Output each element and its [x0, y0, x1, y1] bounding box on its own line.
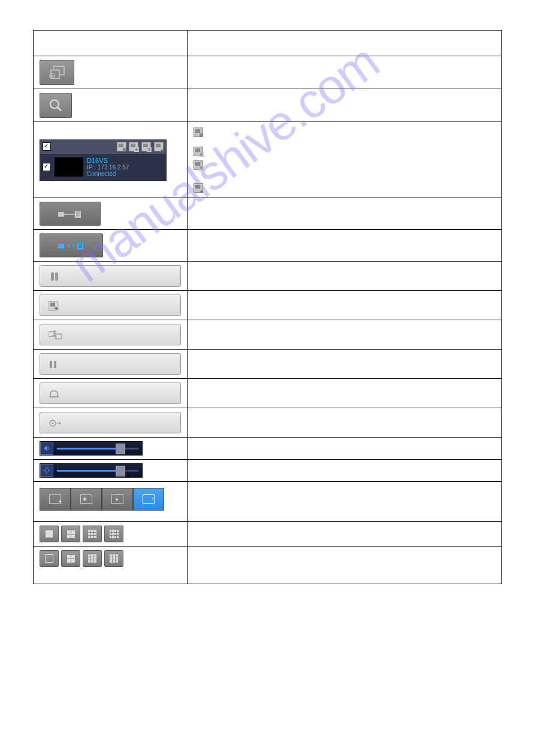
add-icon — [49, 301, 58, 311]
device-status: Connected — [87, 171, 129, 177]
split-4[interactable] — [61, 526, 80, 542]
webpage-setup-button[interactable] — [40, 60, 74, 85]
table-row — [34, 262, 502, 291]
alarm-icon — [49, 390, 59, 398]
split-alt-4[interactable] — [61, 550, 80, 567]
device-thumbnail — [55, 157, 83, 177]
cell-desc — [188, 438, 502, 460]
ptz-tab-icon — [49, 494, 61, 504]
add-button[interactable] — [40, 294, 181, 316]
tab-list[interactable] — [133, 488, 164, 511]
table-row — [34, 320, 502, 350]
cell-desc — [188, 198, 502, 230]
health-icon — [49, 272, 61, 281]
cell-desc — [188, 89, 502, 122]
device-ip: IP : 172.16.2.57 — [87, 164, 129, 171]
svg-point-27 — [52, 423, 54, 424]
svg-text:✕✕: ✕✕ — [67, 243, 76, 249]
tab-ptz[interactable] — [40, 488, 71, 511]
table-row — [34, 89, 502, 122]
popup-tab-icon — [111, 494, 123, 504]
split-12[interactable] — [104, 526, 123, 542]
svg-rect-12 — [58, 244, 64, 248]
split-alt-1[interactable] — [40, 550, 59, 567]
list-tab-icon — [143, 494, 155, 504]
svg-rect-24 — [54, 361, 56, 368]
svg-line-5 — [58, 107, 61, 111]
user-tab-icon — [80, 494, 92, 504]
table-row — [34, 408, 502, 438]
svg-point-3 — [52, 75, 53, 77]
cell-desc — [188, 291, 502, 320]
split-1[interactable] — [40, 526, 59, 542]
table-row — [34, 379, 502, 408]
import-icon — [194, 183, 203, 193]
mic-icon[interactable] — [40, 464, 53, 477]
cell-desc — [188, 122, 502, 198]
remove-device-icon[interactable] — [141, 142, 151, 151]
cell-desc — [188, 350, 502, 379]
pause-button[interactable] — [40, 353, 181, 375]
cell-desc — [188, 230, 502, 262]
split-alt-9[interactable] — [83, 550, 102, 567]
copy-icon — [194, 127, 203, 137]
disconnect-button[interactable]: ✕✕ — [40, 233, 103, 257]
alarm-button[interactable] — [40, 382, 181, 404]
cell-desc — [188, 522, 502, 546]
connect-button[interactable] — [40, 202, 101, 226]
group-button[interactable] — [40, 324, 181, 345]
cell-desc — [188, 379, 502, 408]
cell-desc — [188, 460, 502, 482]
webpage-setup-icon — [49, 65, 65, 80]
audio-slider[interactable] — [40, 441, 143, 456]
svg-rect-1 — [51, 70, 59, 78]
device-name: D16VS — [87, 157, 129, 164]
group-icon — [49, 330, 63, 340]
table-row — [34, 291, 502, 320]
search-button[interactable] — [40, 93, 72, 118]
table-header-row — [34, 31, 502, 56]
grid-1-icon — [46, 530, 53, 538]
table-row — [34, 546, 502, 584]
reference-table: D16VS IP : 172.16.2.57 Connected — [33, 30, 502, 584]
table-row — [34, 350, 502, 379]
select-all-checkbox[interactable] — [43, 142, 51, 151]
add-device-icon — [194, 147, 203, 156]
table-row — [34, 56, 502, 89]
ptz-slider[interactable] — [40, 463, 143, 478]
grid-outline-icon — [45, 554, 53, 563]
table-row — [34, 198, 502, 230]
grid-9b-icon — [110, 554, 118, 563]
speaker-icon[interactable] — [40, 442, 53, 455]
split-buttons-alt — [40, 550, 181, 567]
tab-popup[interactable] — [102, 488, 133, 511]
grid-12-icon — [110, 530, 119, 538]
preference-button[interactable] — [40, 412, 181, 433]
split-alt-12[interactable] — [104, 550, 123, 567]
svg-rect-25 — [49, 396, 59, 397]
add-device-icon[interactable] — [129, 142, 138, 151]
split-9[interactable] — [83, 526, 102, 542]
connect-icon — [58, 210, 82, 218]
device-list[interactable]: D16VS IP : 172.16.2.57 Connected — [40, 139, 167, 181]
device-checkbox[interactable] — [43, 163, 51, 171]
header-left — [34, 31, 188, 56]
split-buttons — [40, 526, 181, 542]
device-row[interactable]: D16VS IP : 172.16.2.57 Connected — [40, 153, 166, 180]
svg-point-4 — [50, 100, 59, 108]
health-button[interactable] — [40, 265, 181, 287]
import-icon[interactable] — [154, 142, 164, 151]
pause-icon — [49, 360, 57, 369]
svg-rect-23 — [50, 361, 52, 368]
tab-user[interactable] — [71, 488, 102, 511]
svg-point-28 — [45, 469, 49, 472]
grid-9-icon — [88, 554, 96, 563]
cell-desc — [188, 546, 502, 584]
header-right — [188, 31, 502, 56]
panel-tabs — [40, 488, 181, 511]
table-row — [34, 460, 502, 482]
slider-handle[interactable] — [116, 444, 125, 454]
slider-handle[interactable] — [116, 466, 125, 476]
cell-desc — [188, 56, 502, 89]
copy-icon[interactable] — [117, 142, 126, 151]
